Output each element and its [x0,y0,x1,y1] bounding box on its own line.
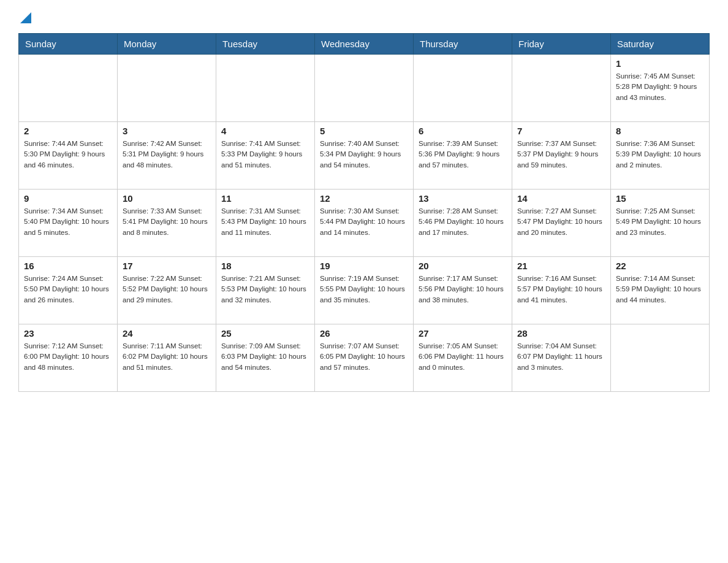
day-number: 14 [517,193,605,204]
day-cell: 20Sunrise: 7:17 AM Sunset: 5:56 PM Dayli… [414,257,512,324]
day-info: Sunrise: 7:05 AM Sunset: 6:06 PM Dayligh… [419,341,507,373]
day-cell: 24Sunrise: 7:11 AM Sunset: 6:02 PM Dayli… [118,324,216,392]
day-cell [19,55,118,122]
day-info: Sunrise: 7:25 AM Sunset: 5:49 PM Dayligh… [616,206,704,238]
day-cell: 1Sunrise: 7:45 AM Sunset: 5:28 PM Daylig… [611,55,710,122]
day-cell: 27Sunrise: 7:05 AM Sunset: 6:06 PM Dayli… [414,324,512,392]
day-cell: 5Sunrise: 7:40 AM Sunset: 5:34 PM Daylig… [315,122,414,190]
day-info: Sunrise: 7:31 AM Sunset: 5:43 PM Dayligh… [221,206,309,238]
day-cell: 9Sunrise: 7:34 AM Sunset: 5:40 PM Daylig… [19,190,118,257]
day-cell: 26Sunrise: 7:07 AM Sunset: 6:05 PM Dayli… [315,324,414,392]
week-row-3: 9Sunrise: 7:34 AM Sunset: 5:40 PM Daylig… [19,190,710,257]
day-number: 20 [419,261,507,271]
logo [18,12,31,23]
day-cell: 3Sunrise: 7:42 AM Sunset: 5:31 PM Daylig… [118,122,216,190]
day-cell [512,55,611,122]
day-cell: 22Sunrise: 7:14 AM Sunset: 5:59 PM Dayli… [611,257,710,324]
day-number: 27 [419,328,507,339]
day-number: 16 [24,261,112,271]
day-info: Sunrise: 7:34 AM Sunset: 5:40 PM Dayligh… [24,206,112,238]
day-number: 13 [419,193,507,204]
day-cell [216,55,315,122]
week-row-2: 2Sunrise: 7:44 AM Sunset: 5:30 PM Daylig… [19,122,710,190]
day-info: Sunrise: 7:07 AM Sunset: 6:05 PM Dayligh… [320,341,408,373]
weekday-header-friday: Friday [512,34,611,55]
day-cell: 28Sunrise: 7:04 AM Sunset: 6:07 PM Dayli… [512,324,611,392]
day-info: Sunrise: 7:33 AM Sunset: 5:41 PM Dayligh… [123,206,211,238]
week-row-5: 23Sunrise: 7:12 AM Sunset: 6:00 PM Dayli… [19,324,710,392]
day-number: 3 [123,126,211,136]
weekday-header-monday: Monday [118,34,216,55]
day-number: 2 [24,126,112,136]
day-info: Sunrise: 7:09 AM Sunset: 6:03 PM Dayligh… [221,341,309,373]
day-number: 28 [517,328,605,339]
day-number: 17 [123,261,211,271]
day-cell [611,324,710,392]
day-cell [315,55,414,122]
day-number: 11 [221,193,309,204]
week-row-1: 1Sunrise: 7:45 AM Sunset: 5:28 PM Daylig… [19,55,710,122]
day-cell: 18Sunrise: 7:21 AM Sunset: 5:53 PM Dayli… [216,257,315,324]
day-info: Sunrise: 7:30 AM Sunset: 5:44 PM Dayligh… [320,206,408,238]
day-info: Sunrise: 7:40 AM Sunset: 5:34 PM Dayligh… [320,139,408,170]
day-info: Sunrise: 7:11 AM Sunset: 6:02 PM Dayligh… [123,341,211,373]
day-cell: 15Sunrise: 7:25 AM Sunset: 5:49 PM Dayli… [611,190,710,257]
day-number: 8 [616,126,704,136]
weekday-header-sunday: Sunday [19,34,118,55]
day-info: Sunrise: 7:44 AM Sunset: 5:30 PM Dayligh… [24,139,112,170]
weekday-header-saturday: Saturday [611,34,710,55]
day-info: Sunrise: 7:39 AM Sunset: 5:36 PM Dayligh… [419,139,507,170]
day-number: 18 [221,261,309,271]
day-cell: 17Sunrise: 7:22 AM Sunset: 5:52 PM Dayli… [118,257,216,324]
day-info: Sunrise: 7:27 AM Sunset: 5:47 PM Dayligh… [517,206,605,238]
day-info: Sunrise: 7:36 AM Sunset: 5:39 PM Dayligh… [616,139,704,170]
day-cell: 21Sunrise: 7:16 AM Sunset: 5:57 PM Dayli… [512,257,611,324]
page-header [18,12,710,23]
day-cell: 16Sunrise: 7:24 AM Sunset: 5:50 PM Dayli… [19,257,118,324]
day-info: Sunrise: 7:22 AM Sunset: 5:52 PM Dayligh… [123,274,211,305]
day-info: Sunrise: 7:14 AM Sunset: 5:59 PM Dayligh… [616,274,704,305]
day-info: Sunrise: 7:28 AM Sunset: 5:46 PM Dayligh… [419,206,507,238]
day-number: 22 [616,261,704,271]
weekday-header-row: SundayMondayTuesdayWednesdayThursdayFrid… [19,34,710,55]
day-number: 4 [221,126,309,136]
day-number: 5 [320,126,408,136]
day-cell: 2Sunrise: 7:44 AM Sunset: 5:30 PM Daylig… [19,122,118,190]
day-info: Sunrise: 7:42 AM Sunset: 5:31 PM Dayligh… [123,139,211,170]
weekday-header-wednesday: Wednesday [315,34,414,55]
day-number: 23 [24,328,112,339]
day-info: Sunrise: 7:17 AM Sunset: 5:56 PM Dayligh… [419,274,507,305]
weekday-header-thursday: Thursday [414,34,512,55]
day-number: 15 [616,193,704,204]
day-cell: 23Sunrise: 7:12 AM Sunset: 6:00 PM Dayli… [19,324,118,392]
day-cell: 12Sunrise: 7:30 AM Sunset: 5:44 PM Dayli… [315,190,414,257]
day-info: Sunrise: 7:41 AM Sunset: 5:33 PM Dayligh… [221,139,309,170]
day-info: Sunrise: 7:16 AM Sunset: 5:57 PM Dayligh… [517,274,605,305]
week-row-4: 16Sunrise: 7:24 AM Sunset: 5:50 PM Dayli… [19,257,710,324]
day-info: Sunrise: 7:45 AM Sunset: 5:28 PM Dayligh… [616,71,704,103]
day-info: Sunrise: 7:12 AM Sunset: 6:00 PM Dayligh… [24,341,112,373]
day-number: 24 [123,328,211,339]
calendar-table: SundayMondayTuesdayWednesdayThursdayFrid… [18,33,710,392]
day-cell: 19Sunrise: 7:19 AM Sunset: 5:55 PM Dayli… [315,257,414,324]
day-number: 12 [320,193,408,204]
day-cell: 4Sunrise: 7:41 AM Sunset: 5:33 PM Daylig… [216,122,315,190]
day-number: 25 [221,328,309,339]
day-cell: 10Sunrise: 7:33 AM Sunset: 5:41 PM Dayli… [118,190,216,257]
day-number: 10 [123,193,211,204]
day-cell: 25Sunrise: 7:09 AM Sunset: 6:03 PM Dayli… [216,324,315,392]
day-cell: 6Sunrise: 7:39 AM Sunset: 5:36 PM Daylig… [414,122,512,190]
day-number: 26 [320,328,408,339]
day-info: Sunrise: 7:37 AM Sunset: 5:37 PM Dayligh… [517,139,605,170]
logo-triangle-icon [20,12,31,26]
day-cell: 8Sunrise: 7:36 AM Sunset: 5:39 PM Daylig… [611,122,710,190]
day-info: Sunrise: 7:19 AM Sunset: 5:55 PM Dayligh… [320,274,408,305]
day-number: 9 [24,193,112,204]
day-number: 19 [320,261,408,271]
day-info: Sunrise: 7:21 AM Sunset: 5:53 PM Dayligh… [221,274,309,305]
day-number: 6 [419,126,507,136]
day-number: 21 [517,261,605,271]
day-cell: 14Sunrise: 7:27 AM Sunset: 5:47 PM Dayli… [512,190,611,257]
day-number: 1 [616,58,704,69]
day-number: 7 [517,126,605,136]
